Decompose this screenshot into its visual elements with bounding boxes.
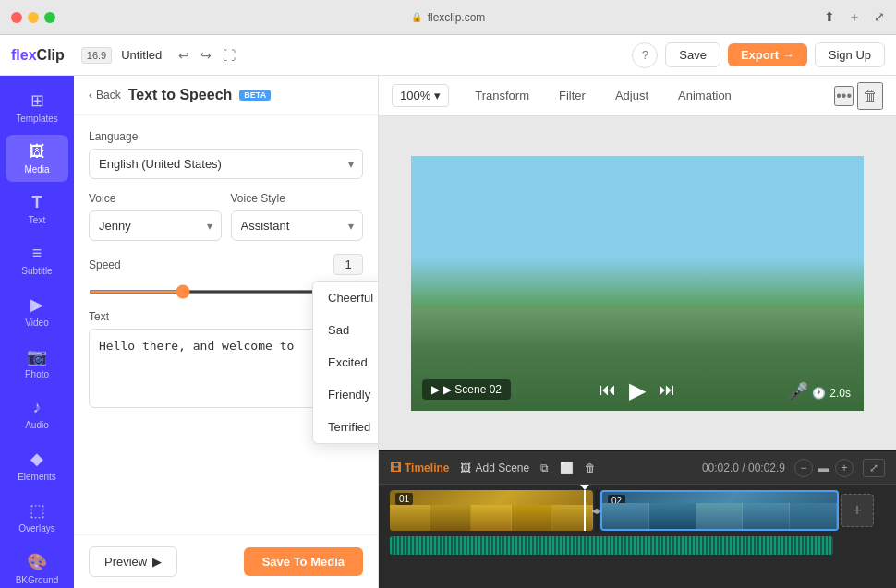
more-options-button[interactable]: ••• [834,86,854,106]
zoom-out-button[interactable]: − [794,459,813,477]
scene-clip-1[interactable]: 01 [390,490,593,531]
thumb-4 [512,505,552,531]
prev-button[interactable]: ⏮ [599,380,616,400]
fit-view-button[interactable]: ⤢ [863,459,885,477]
file-name[interactable]: Untitled [121,48,162,62]
minimize-button[interactable] [28,12,39,23]
voice-group: Voice Jenny ▾ [89,192,222,241]
logo: flexClip [11,47,65,64]
thumb-7 [649,503,696,529]
tab-filter[interactable]: Filter [546,83,599,108]
voice-style-select[interactable]: Assistant [231,210,364,241]
add-clip-button[interactable]: + [841,494,874,527]
timeline-icon: 🎞 [390,462,401,474]
timeline-copy-button[interactable]: ⧉ [540,462,549,474]
timeline-right: 00:02.0 / 00:02.9 − ▬ + ⤢ [702,459,885,477]
clock-icon: 🕐 [812,387,826,400]
add-tab-icon[interactable]: ＋ [848,9,861,26]
subtitle-icon: ≡ [32,244,42,263]
sidebar-item-overlays[interactable]: ⬚ Overlays [6,493,68,541]
app-bar-right: ? Save Export → Sign Up [632,42,885,68]
sidebar-label-photo: Photo [25,369,49,379]
play-button[interactable]: ▶ [629,378,646,403]
thumb-8 [696,503,744,529]
signup-button[interactable]: Sign Up [815,42,885,67]
templates-icon: ⊞ [30,90,44,111]
redo-button[interactable]: ↪ [197,44,215,66]
add-scene-button[interactable]: 🖼 Add Scene [460,462,529,474]
timeline-delete-button[interactable]: 🗑 [585,462,596,474]
scene-label-button[interactable]: ▶ ▶ Scene 02 [422,379,511,400]
back-button[interactable]: ‹ Back [89,89,121,102]
sidebar-label-overlays: Overlays [18,523,54,534]
sidebar-item-templates[interactable]: ⊞ Templates [6,83,68,131]
preview-button[interactable]: Preview ▶ [89,546,177,577]
panel-header: ‹ Back Text to Speech BETA [74,76,378,115]
close-button[interactable] [11,12,22,23]
ratio-badge[interactable]: 16:9 [81,47,112,64]
dropdown-item-excited[interactable]: Excited [313,346,379,378]
zoom-in-button[interactable]: + [835,459,854,477]
video-canvas: ▶ ▶ Scene 02 ⏮ ▶ ⏭ 🎤 🕐 2.0s [411,156,864,411]
thumb-6 [602,503,649,529]
window-icon[interactable]: ⤢ [874,9,885,26]
sidebar-label-audio: Audio [25,420,49,430]
next-button[interactable]: ⏭ [659,380,675,400]
voice-select[interactable]: Jenny [89,210,222,241]
save-button[interactable]: Save [665,42,720,67]
export-button[interactable]: Export → [728,43,807,66]
tab-adjust[interactable]: Adjust [602,83,661,108]
scene-name: ▶ Scene 02 [443,383,502,396]
sidebar-label-templates: Templates [16,114,58,124]
help-button[interactable]: ? [632,42,658,68]
thumb-10 [790,503,837,529]
back-label: Back [96,89,121,102]
video-background [411,156,864,411]
dropdown-item-cheerful[interactable]: Cheerful [313,282,379,314]
thumb-1 [390,505,430,531]
delete-button[interactable]: 🗑 [857,82,883,110]
sidebar-item-photo[interactable]: 📷 Photo [6,339,68,387]
fullscreen-button[interactable]: ⛶ [219,44,239,66]
sidebar-item-audio[interactable]: ♪ Audio [6,390,68,438]
sidebar-item-media[interactable]: 🖼 Media [6,135,68,182]
title-bar-center: 🔒 flexclip.com [411,11,486,24]
microphone-button[interactable]: 🎤 [788,381,808,402]
preview-label: Preview [104,555,147,569]
main-layout: ⊞ Templates 🖼 Media T Text ≡ Subtitle ▶ … [0,76,896,588]
history-buttons: ↩ ↪ ⛶ [175,44,239,66]
dropdown-item-friendly[interactable]: Friendly [313,378,379,411]
sidebar-item-video[interactable]: ▶ Video [6,287,68,335]
sidebar-item-subtitle[interactable]: ≡ Subtitle [6,236,68,283]
save-to-media-button[interactable]: Save To Media [244,547,363,576]
clip-label-1: 01 [395,493,413,505]
dropdown-item-terrified[interactable]: Terrified [313,411,379,443]
playhead [584,490,586,531]
play-icon: ▶ [152,555,162,569]
bkground-icon: 🎨 [27,552,47,572]
dropdown-item-sad[interactable]: Sad [313,314,379,346]
zoom-control[interactable]: 100% ▾ [392,84,449,107]
left-sidebar: ⊞ Templates 🖼 Media T Text ≡ Subtitle ▶ … [0,76,74,588]
audio-track [390,536,833,555]
voice-style-row: Voice Jenny ▾ Voice Style Assistant [89,192,363,254]
sidebar-label-media: Media [24,164,49,174]
tab-animation[interactable]: Animation [665,83,745,108]
sidebar-item-elements[interactable]: ◆ Elements [6,441,68,489]
tab-transform[interactable]: Transform [462,83,542,108]
language-select[interactable]: English (United States) [89,149,363,179]
timeline-duplicate-button[interactable]: ⬜ [560,462,574,474]
sidebar-label-text: Text [29,215,45,225]
timeline-tracks: 01 02 [379,485,896,588]
scene-clip-2[interactable]: 02 [600,490,839,531]
share-icon[interactable]: ⬆ [824,9,835,26]
timeline-label: 🎞 Timeline [390,462,449,474]
undo-button[interactable]: ↩ [175,44,193,66]
speed-value: 1 [333,254,363,275]
app-bar: flexClip 16:9 Untitled ↩ ↪ ⛶ ? Save Expo… [0,35,896,76]
audio-waveform [390,536,833,555]
voice-style-group: Voice Style Assistant ▾ [231,192,364,241]
maximize-button[interactable] [44,12,55,23]
sidebar-item-text[interactable]: T Text [6,186,68,233]
sidebar-item-bkground[interactable]: 🎨 BKGround [6,545,68,588]
